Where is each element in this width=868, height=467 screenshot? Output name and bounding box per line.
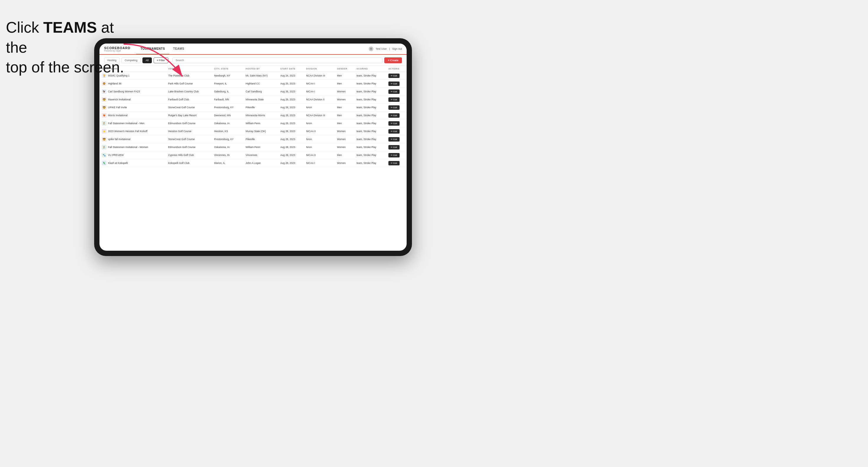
gender-cell: Men — [335, 80, 354, 88]
table-row: ⭐ 2023 Women's Hesston Fall Kickoff Hess… — [99, 127, 407, 135]
actions-cell: ✏ Edit — [386, 151, 407, 159]
table-row: 🏌 Fall Statesmen Invitational - Women Ed… — [99, 143, 407, 151]
division-cell: NCAA Division III — [304, 112, 335, 120]
city-state-cell: Prestonsburg, KY — [212, 103, 243, 112]
actions-cell: ✏ Edit — [386, 103, 407, 112]
hosted-by-cell: Minnesota-Morris — [243, 112, 278, 120]
edit-button[interactable]: ✏ Edit — [389, 137, 400, 142]
team-icon: ⭐ — [102, 129, 106, 133]
scoring-cell: team, Stroke Play — [354, 96, 386, 103]
scoring-cell: team, Stroke Play — [354, 80, 386, 88]
edit-button[interactable]: ✏ Edit — [389, 161, 400, 165]
venue-cell: StoneCrest Golf Course — [166, 135, 212, 143]
team-icon: 🏌 — [102, 145, 106, 150]
gender-cell: Women — [335, 88, 354, 96]
edit-button[interactable]: ✏ Edit — [389, 113, 400, 118]
hosted-by-cell: Vincennes — [243, 151, 278, 159]
gender-cell: Women — [335, 159, 354, 167]
edit-button[interactable]: ✏ Edit — [389, 97, 400, 102]
team-icon: 🦁 — [102, 81, 106, 86]
team-icon: 🦅 — [102, 89, 106, 94]
start-date-cell: Aug 28, 2023 — [278, 96, 304, 103]
division-cell: NICAA I — [304, 80, 335, 88]
team-icon: 🤠 — [102, 137, 106, 142]
start-date-cell: Aug 28, 2023 — [278, 135, 304, 143]
division-cell: NICAA II — [304, 151, 335, 159]
edit-button[interactable]: ✏ Edit — [389, 73, 400, 78]
start-date-cell: Aug 28, 2023 — [278, 112, 304, 120]
edit-button[interactable]: ✏ Edit — [389, 82, 400, 86]
scoring-cell: team, Stroke Play — [354, 127, 386, 135]
start-date-cell: Aug 28, 2023 — [278, 143, 304, 151]
event-name-cell: 🤠 upike fall invitational — [99, 135, 166, 143]
event-name: UPIKE Fall Invite — [108, 106, 127, 109]
venue-cell: Hesston Golf Course — [166, 127, 212, 135]
division-cell: NAIA — [304, 120, 335, 127]
scoring-cell: team, Stroke Play — [354, 135, 386, 143]
actions-cell: ✏ Edit — [386, 127, 407, 135]
hosted-by-cell: John A Logan — [243, 159, 278, 167]
actions-cell: ✏ Edit — [386, 159, 407, 167]
settings-icon[interactable]: ⚙ — [369, 46, 373, 51]
venue-cell: Rutger's Bay Lake Resort — [166, 112, 212, 120]
venue-cell: Edmundson Golf Course — [166, 120, 212, 127]
event-name-cell: 🏌 Fall Statesmen Invitational - Men — [99, 120, 166, 127]
table-row: 🦊 Morris Invitational Rutger's Bay Lake … — [99, 112, 407, 120]
actions-cell: ✏ Edit — [386, 96, 407, 103]
gender-cell: Men — [335, 103, 354, 112]
scoring-cell: team, Stroke Play — [354, 143, 386, 151]
col-actions: ACTIONS — [386, 66, 407, 72]
edit-button[interactable]: ✏ Edit — [389, 145, 400, 150]
col-city-state: CITY, STATE — [212, 66, 243, 72]
city-state-cell: Prestonsburg, KY — [212, 135, 243, 143]
city-state-cell: Freeport, IL — [212, 80, 243, 88]
edit-button[interactable]: ✏ Edit — [389, 121, 400, 126]
team-icon: 🐾 — [102, 153, 106, 157]
city-state-cell: Vincennes, IN — [212, 151, 243, 159]
division-cell: NCAA Division II — [304, 96, 335, 103]
gender-cell: Women — [335, 135, 354, 143]
create-button[interactable]: + Create — [384, 57, 402, 63]
city-state-cell: Galesburg, IL — [212, 88, 243, 96]
edit-button[interactable]: ✏ Edit — [389, 89, 400, 94]
actions-cell: ✏ Edit — [386, 72, 407, 80]
division-cell: NICAA II — [304, 127, 335, 135]
col-hosted-by: HOSTED BY — [243, 66, 278, 72]
event-name-cell: 🤠 UPIKE Fall Invite — [99, 103, 166, 112]
hosted-by-cell: Pikeville — [243, 103, 278, 112]
gender-cell: Women — [335, 143, 354, 151]
user-name: Test User — [376, 48, 387, 50]
edit-button[interactable]: ✏ Edit — [389, 105, 400, 110]
team-icon: 🦊 — [102, 113, 106, 118]
city-state-cell: Newburgh, NY — [212, 72, 243, 80]
hosted-by-cell: Murray State (OK) — [243, 127, 278, 135]
division-cell: NCAA Division III — [304, 72, 335, 80]
event-name-cell: 🦊 Morris Invitational — [99, 112, 166, 120]
event-name-cell: 🐾 VU PREVIEW — [99, 151, 166, 159]
start-date-cell: Aug 26, 2023 — [278, 88, 304, 96]
start-date-cell: Aug 28, 2023 — [278, 103, 304, 112]
venue-cell: Edmundson Golf Course — [166, 143, 212, 151]
separator: | — [389, 48, 390, 50]
col-start-date: START DATE — [278, 66, 304, 72]
start-date-cell: Aug 24, 2023 — [278, 72, 304, 80]
event-name: VU PREVIEW — [108, 154, 124, 157]
table-row: 🦎 Klash at Kokopelli Kokopelli Golf Club… — [99, 159, 407, 167]
venue-cell: Kokopelli Golf Club — [166, 159, 212, 167]
city-state-cell: Oskaloosa, IA — [212, 120, 243, 127]
city-state-cell: Hesston, KS — [212, 127, 243, 135]
event-name-cell: ⭐ 2023 Women's Hesston Fall Kickoff — [99, 127, 166, 135]
sign-out-link[interactable]: Sign out — [392, 48, 402, 50]
edit-button[interactable]: ✏ Edit — [389, 153, 400, 157]
event-name-cell: 🏌 Fall Statesmen Invitational - Women — [99, 143, 166, 151]
scoring-cell: team, Stroke Play — [354, 151, 386, 159]
instruction-text: Click TEAMS at thetop of the screen. — [6, 18, 129, 77]
event-name: upike fall invitational — [108, 138, 130, 141]
event-name: Morris Invitational — [108, 114, 128, 117]
scoring-cell: team, Stroke Play — [354, 112, 386, 120]
scoring-cell: team, Stroke Play — [354, 103, 386, 112]
scoring-cell: team, Stroke Play — [354, 159, 386, 167]
edit-button[interactable]: ✏ Edit — [389, 129, 400, 133]
venue-cell: StoneCrest Golf Course — [166, 103, 212, 112]
division-cell: NAIA — [304, 143, 335, 151]
